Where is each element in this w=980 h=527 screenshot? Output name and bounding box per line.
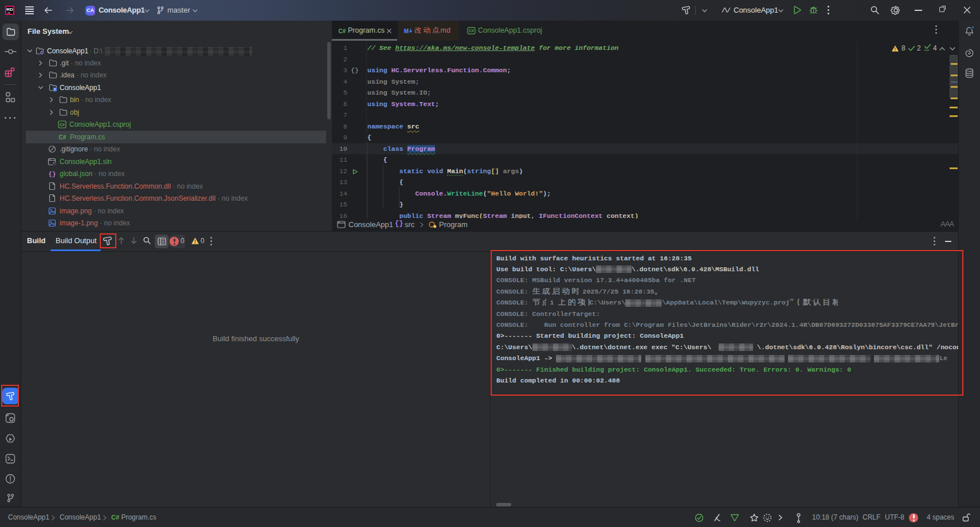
svg-text:C#: C# xyxy=(59,134,66,140)
svg-text:{}: {} xyxy=(48,171,56,178)
svg-text:C#: C# xyxy=(60,123,65,127)
svg-text:M: M xyxy=(404,28,409,34)
svg-text:C#: C# xyxy=(339,28,346,34)
svg-text:C#: C# xyxy=(469,29,474,33)
